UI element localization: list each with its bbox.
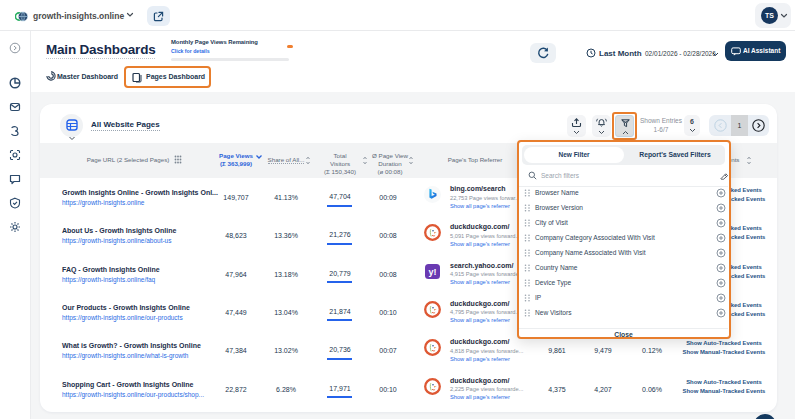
svg-text:y!: y! bbox=[428, 267, 436, 277]
